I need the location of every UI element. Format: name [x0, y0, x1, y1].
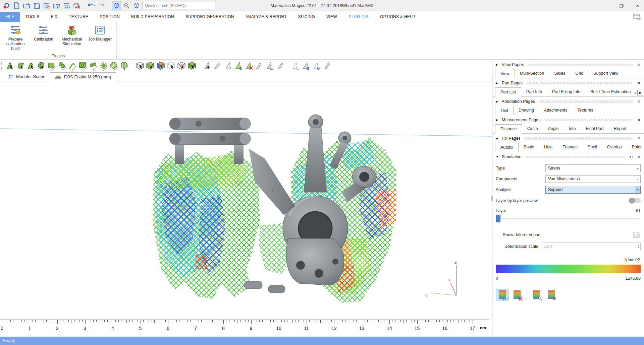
section-drag-texture[interactable]	[525, 137, 633, 140]
tab-circle[interactable]: Circle	[522, 124, 543, 133]
support-quad-icon[interactable]	[16, 61, 25, 71]
tab-basic[interactable]: Basic	[519, 142, 539, 152]
type-select[interactable]: Stress▼	[545, 164, 641, 172]
menu-tab-support-generation[interactable]: SUPPORT GENERATION	[180, 12, 240, 22]
spinner-arrows-icon[interactable]: ▴▾	[638, 244, 639, 249]
inspect-stress-button[interactable]	[530, 289, 543, 300]
tab-build-time-estimation[interactable]: Build Time Estimation	[585, 87, 636, 96]
tab-view[interactable]: View	[495, 69, 515, 78]
cube-solid-green-icon[interactable]	[187, 61, 197, 71]
part-outline-probe-icon[interactable]	[291, 61, 300, 71]
save-platform-icon[interactable]	[62, 1, 71, 10]
part-section-flip-icon[interactable]	[223, 61, 233, 71]
menu-tab-analyze-report[interactable]: ANALYZE & REPORT	[240, 12, 292, 22]
tab-support-view[interactable]: Support View	[588, 69, 623, 78]
view-box-icon[interactable]	[132, 1, 141, 10]
part-slice-preview-icon[interactable]: S	[301, 61, 311, 71]
dropdown-arrow-icon[interactable]: ▼	[637, 178, 639, 181]
scene-tab-eos-eosint-m-250-mm[interactable]: EOS Eosint M 250 (mm)	[50, 72, 116, 81]
save-project-icon[interactable]	[32, 1, 41, 10]
quick-search-input[interactable]	[142, 2, 215, 9]
tab-report[interactable]: Report	[609, 124, 632, 133]
minimize-button[interactable]	[602, 2, 609, 9]
tab-info[interactable]: Info	[564, 124, 581, 133]
expand-arrow-icon[interactable]: ▶	[496, 63, 499, 66]
tab-final-part[interactable]: Final Part	[581, 124, 609, 133]
tab-triangle[interactable]: Triangle	[558, 142, 583, 152]
part-remove-support-icon[interactable]	[244, 61, 254, 71]
section-header-simulation[interactable]: ▼ Simulation ✕	[493, 153, 644, 161]
part-section-icon[interactable]	[213, 61, 222, 71]
tab-point[interactable]: Point	[627, 142, 644, 152]
redo-icon[interactable]	[97, 1, 106, 10]
part-dashed-icon[interactable]	[255, 61, 264, 71]
tab-distance[interactable]: Distance	[495, 124, 522, 134]
menu-tab-options-help[interactable]: OPTIONS & HELP	[374, 12, 421, 22]
support-volume-icon[interactable]	[37, 61, 46, 71]
menu-tab-plug-ins[interactable]: PLUG INS	[343, 12, 374, 22]
tab-grid[interactable]: Grid	[570, 69, 588, 78]
dropdown-arrow-icon[interactable]: ▼	[635, 186, 640, 193]
menu-tab-fix[interactable]: FIX	[45, 12, 63, 22]
layer-slider[interactable]	[496, 215, 641, 222]
tab-textures[interactable]: Textures	[572, 106, 598, 115]
3d-model-view[interactable]: Z Y X	[0, 82, 492, 318]
support-curved-icon[interactable]	[26, 61, 36, 71]
edit-cone-fan-icon[interactable]	[109, 61, 119, 71]
cube-marked-icon[interactable]	[177, 61, 186, 71]
ribbon-button-mechanical-simulation[interactable]: Mechanical Simulation	[58, 24, 85, 51]
tab-shell[interactable]: Shell	[583, 142, 602, 152]
component-select[interactable]: Von Mises stress▼	[545, 175, 641, 183]
expand-arrow-icon[interactable]: ▶	[496, 100, 499, 103]
part-plane-icon[interactable]	[275, 61, 285, 71]
tab-autofix[interactable]: Autofix	[495, 143, 519, 152]
clear-stress-view-button[interactable]	[511, 289, 523, 300]
layer-slider-handle[interactable]	[496, 215, 500, 222]
edit-contour-icon[interactable]	[89, 61, 98, 71]
remove-parts-icon[interactable]	[72, 1, 81, 10]
section-header-part-pages[interactable]: ▶ Part Pages ✕	[493, 79, 644, 87]
collapse-ribbon-icon[interactable]	[633, 13, 641, 20]
apply-stress-view-button[interactable]	[496, 289, 508, 300]
part-report-icon[interactable]	[265, 61, 274, 71]
cube-colored-icon[interactable]	[156, 61, 165, 71]
cube-white-icon[interactable]	[135, 61, 145, 71]
tab-multi-section[interactable]: Multi-Section	[515, 69, 549, 78]
close-icon[interactable]: ✕	[637, 136, 641, 141]
fit-view-icon[interactable]	[112, 1, 121, 10]
part-triangle-icon[interactable]	[203, 61, 212, 71]
section-header-annotation-pages[interactable]: ▶ Annotation Pages ✕	[493, 97, 644, 106]
part-rotate-check-icon[interactable]: ↻	[312, 61, 321, 71]
tab-slices[interactable]: Slices	[549, 69, 570, 78]
tab-part-info[interactable]: Part Info	[521, 87, 547, 96]
deformation-scale-input[interactable]: 1,00 ▴▾	[541, 243, 641, 250]
cube-green-icon[interactable]	[146, 61, 155, 71]
section-header-view-pages[interactable]: ▶ View Pages ✕	[493, 61, 644, 69]
section-drag-texture[interactable]	[544, 119, 633, 121]
menu-tab-file[interactable]: FILE	[0, 12, 20, 22]
tab-scroll-right-icon[interactable]: ▶	[637, 90, 643, 95]
tab-drawing[interactable]: Drawing	[514, 106, 539, 115]
tab-attachments[interactable]: Attachments	[539, 106, 572, 115]
ribbon-button-calibration[interactable]: Calibration	[30, 24, 57, 51]
expand-arrow-icon[interactable]: ▶	[496, 81, 499, 85]
magics-logo-icon[interactable]	[2, 1, 11, 10]
expand-arrow-icon[interactable]: ▶	[496, 137, 499, 140]
menu-tab-tools[interactable]: TOOLS	[20, 12, 45, 22]
edit-web-icon[interactable]	[99, 61, 108, 71]
edit-points-icon[interactable]	[57, 61, 67, 71]
support-triangle-icon[interactable]	[5, 61, 15, 71]
open-project-icon[interactable]	[22, 1, 31, 10]
cube-ghost-icon[interactable]	[166, 61, 176, 71]
tab-overlap[interactable]: Overlap	[602, 142, 627, 152]
close-icon[interactable]: ✕	[637, 155, 641, 159]
close-icon[interactable]: ✕	[637, 118, 641, 122]
tab-hole[interactable]: Hole	[539, 142, 558, 152]
section-drag-texture[interactable]	[528, 64, 633, 66]
tab-angle[interactable]: Angle	[543, 124, 564, 133]
edit-line-icon[interactable]	[68, 61, 77, 71]
undo-icon[interactable]	[87, 1, 96, 10]
stress-settings-button[interactable]: ⚙	[545, 289, 558, 300]
show-deformed-checkbox[interactable]	[496, 233, 500, 237]
section-drag-texture[interactable]	[539, 100, 633, 103]
